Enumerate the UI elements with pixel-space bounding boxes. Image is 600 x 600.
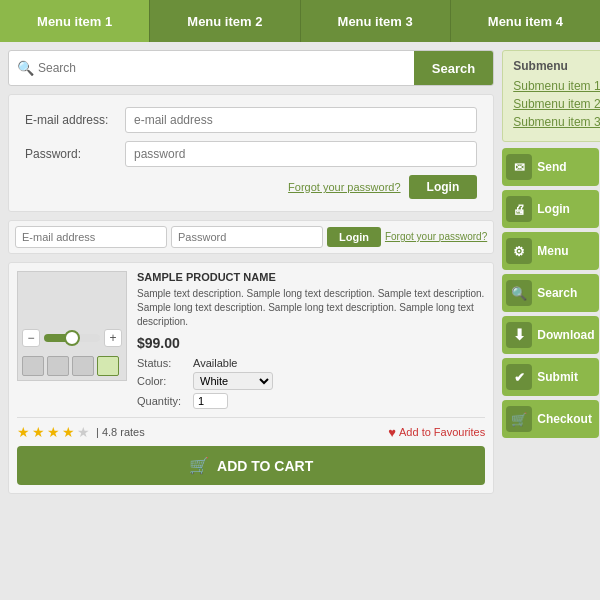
status-label: Status:: [137, 357, 187, 369]
checkout-label: Checkout: [537, 412, 592, 426]
forgot-password-link[interactable]: Forgot your password?: [288, 181, 401, 193]
star-5: ★: [77, 424, 90, 440]
slider-plus[interactable]: +: [104, 329, 122, 347]
check-icon: ✔: [506, 364, 532, 390]
product-meta: Status: Available Color: White Black Red: [137, 357, 485, 409]
inline-email-field[interactable]: [15, 226, 167, 248]
left-panel: 🔍 Search E-mail address: Password: Forgo…: [8, 50, 494, 494]
checkout-button[interactable]: 🛒 Checkout: [502, 400, 598, 438]
submit-label: Submit: [537, 370, 578, 384]
thumb-4[interactable]: [97, 356, 119, 376]
send-row: ✉ Send 🗑: [502, 148, 600, 186]
color-row: Color: White Black Red: [137, 372, 485, 390]
submit-button[interactable]: ✔ Submit: [502, 358, 598, 396]
password-label: Password:: [25, 147, 125, 161]
login-form: E-mail address: Password: Forgot your pa…: [8, 94, 494, 212]
inline-forgot-link[interactable]: Forgot your password?: [385, 231, 487, 243]
search-icon: 🔍: [17, 60, 34, 76]
product-image: − +: [17, 271, 127, 381]
login-row: 🖨 Login →: [502, 190, 600, 228]
nav-bar: Menu item 1 Menu item 2 Menu item 3 Menu…: [0, 0, 600, 42]
menu-button[interactable]: ⚙ Menu: [502, 232, 598, 270]
submenu-box: Submenu Submenu item 1 Submenu item 2 Su…: [502, 50, 600, 142]
nav-item-1[interactable]: Menu item 1: [0, 0, 150, 42]
product-price: $99.00: [137, 335, 485, 351]
download-button[interactable]: ⬇ Download: [502, 316, 598, 354]
menu-label: Menu: [537, 244, 568, 258]
star-3: ★: [47, 424, 60, 440]
slider-minus[interactable]: −: [22, 329, 40, 347]
action-search-button[interactable]: 🔍 Search: [502, 274, 598, 312]
send-icon: ✉: [506, 154, 532, 180]
download-icon: ⬇: [506, 322, 532, 348]
search-label: Search: [537, 286, 577, 300]
status-row: Status: Available: [137, 357, 485, 369]
product-top: − + SAMPL: [17, 271, 485, 409]
nav-item-2[interactable]: Menu item 2: [150, 0, 300, 42]
email-label: E-mail address:: [25, 113, 125, 127]
main-content: 🔍 Search E-mail address: Password: Forgo…: [0, 42, 600, 502]
slider-track[interactable]: [44, 334, 100, 342]
product-info: SAMPLE PRODUCT NAME Sample text descript…: [137, 271, 485, 409]
cart-icon: 🛒: [189, 456, 209, 475]
thumb-2[interactable]: [47, 356, 69, 376]
star-4: ★: [62, 424, 75, 440]
action-buttons: ✉ Send 🗑 🖨 Login → ⚙ Menu ☁: [502, 148, 600, 438]
login-button[interactable]: Login: [409, 175, 478, 199]
send-button[interactable]: ✉ Send: [502, 148, 598, 186]
heart-icon: ♥: [388, 425, 396, 440]
print-icon: 🖨: [506, 196, 532, 222]
product-card: − + SAMPL: [8, 262, 494, 494]
download-row: ⬇ Download ✕: [502, 316, 600, 354]
inline-password-field[interactable]: [171, 226, 323, 248]
password-row: Password:: [25, 141, 477, 167]
submit-row: ✔ Submit ℹ: [502, 358, 600, 396]
search-bar: 🔍 Search: [8, 50, 494, 86]
star-rating: ★ ★ ★ ★ ★ | 4.8 rates: [17, 424, 145, 440]
product-description: Sample text description. Sample long tex…: [137, 287, 485, 329]
inline-login: Login Forgot your password?: [8, 220, 494, 254]
email-row: E-mail address:: [25, 107, 477, 133]
email-field[interactable]: [125, 107, 477, 133]
submenu-title: Submenu: [513, 59, 600, 73]
status-value: Available: [193, 357, 237, 369]
rating-text: | 4.8 rates: [96, 426, 145, 438]
quantity-input[interactable]: [193, 393, 228, 409]
download-label: Download: [537, 328, 594, 342]
add-to-cart-button[interactable]: 🛒 ADD TO CART: [17, 446, 485, 485]
search-input[interactable]: [38, 61, 414, 75]
thumbnails: [22, 356, 122, 376]
star-2: ★: [32, 424, 45, 440]
submenu-item-2[interactable]: Submenu item 2: [513, 97, 600, 111]
color-label: Color:: [137, 375, 187, 387]
magnifier-icon: 🔍: [506, 280, 532, 306]
action-login-label: Login: [537, 202, 570, 216]
form-actions: Forgot your password? Login: [25, 175, 477, 199]
right-panel: Submenu Submenu item 1 Submenu item 2 Su…: [502, 50, 600, 494]
quantity-label: Quantity:: [137, 395, 187, 407]
thumb-3[interactable]: [72, 356, 94, 376]
nav-item-4[interactable]: Menu item 4: [451, 0, 600, 42]
menu-row: ⚙ Menu ☁: [502, 232, 600, 270]
search-row: 🔍 Search 🎁: [502, 274, 600, 312]
color-select[interactable]: White Black Red: [193, 372, 273, 390]
add-to-favourites-link[interactable]: ♥ Add to Favourites: [388, 425, 485, 440]
star-1: ★: [17, 424, 30, 440]
product-name: SAMPLE PRODUCT NAME: [137, 271, 485, 283]
thumb-1[interactable]: [22, 356, 44, 376]
product-bottom: ★ ★ ★ ★ ★ | 4.8 rates ♥ Add to Favourite…: [17, 417, 485, 440]
action-login-button[interactable]: 🖨 Login: [502, 190, 598, 228]
image-slider: − +: [22, 329, 122, 347]
nav-item-3[interactable]: Menu item 3: [301, 0, 451, 42]
send-label: Send: [537, 160, 566, 174]
inline-login-button[interactable]: Login: [327, 227, 381, 247]
search-button[interactable]: Search: [414, 51, 493, 85]
checkout-row: 🛒 Checkout ♥: [502, 400, 600, 438]
checkout-cart-icon: 🛒: [506, 406, 532, 432]
gear-icon: ⚙: [506, 238, 532, 264]
password-field[interactable]: [125, 141, 477, 167]
quantity-row: Quantity:: [137, 393, 485, 409]
submenu-item-3[interactable]: Submenu item 3: [513, 115, 600, 129]
submenu-item-1[interactable]: Submenu item 1: [513, 79, 600, 93]
